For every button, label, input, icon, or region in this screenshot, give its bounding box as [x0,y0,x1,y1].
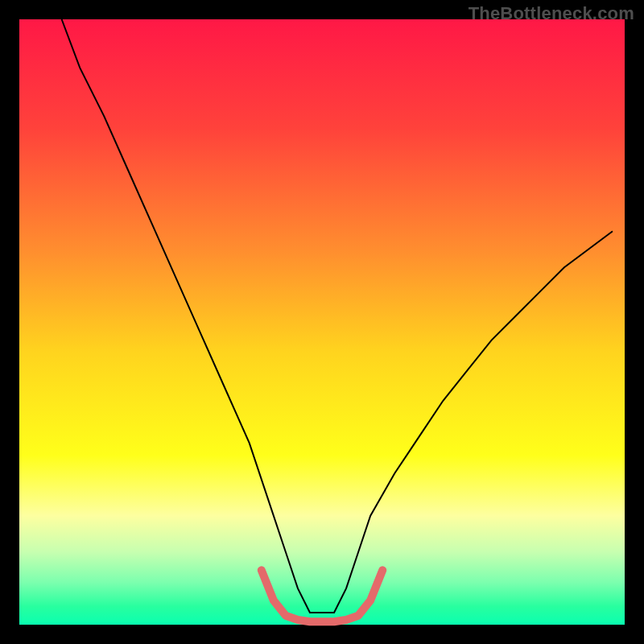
chart-background-gradient [19,19,625,625]
chart-frame: TheBottleneck.com [0,0,644,644]
watermark-label: TheBottleneck.com [469,3,634,24]
bottleneck-chart [0,0,644,644]
